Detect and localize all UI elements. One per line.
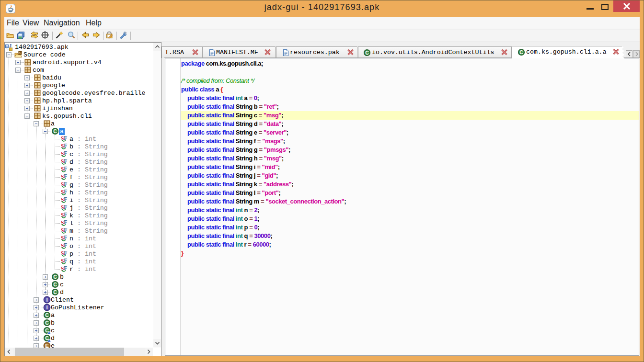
svg-text:F: F [64, 235, 67, 240]
svg-text:C: C [45, 312, 49, 318]
svg-text:F: F [64, 135, 67, 141]
svg-text:F: F [64, 181, 67, 187]
svg-text:J: J [9, 43, 12, 48]
svg-text:C: C [45, 320, 49, 326]
svg-text:F: F [64, 143, 67, 148]
svg-text:F: F [64, 150, 67, 156]
svg-text:F: F [64, 258, 67, 263]
svg-text:C: C [53, 274, 57, 280]
svg-text:C: C [53, 282, 57, 287]
svg-text:F: F [64, 173, 67, 179]
svg-text:C: C [519, 49, 523, 55]
svg-text:F: F [64, 219, 67, 225]
svg-text:F: F [64, 227, 67, 233]
svg-text:F: F [64, 242, 67, 248]
svg-text:F: F [64, 189, 67, 194]
svg-text:F: F [64, 212, 67, 217]
svg-text:F: F [64, 204, 67, 210]
svg-text:F: F [64, 196, 67, 202]
svg-text:I: I [46, 305, 47, 310]
svg-text:C: C [53, 289, 57, 295]
svg-text:I: I [46, 297, 47, 303]
svg-text:C: C [365, 50, 369, 56]
svg-text:C: C [53, 128, 57, 134]
svg-text:F: F [64, 265, 67, 271]
svg-text:F: F [64, 166, 67, 171]
svg-text:F: F [64, 158, 67, 164]
svg-text:F: F [64, 250, 67, 256]
